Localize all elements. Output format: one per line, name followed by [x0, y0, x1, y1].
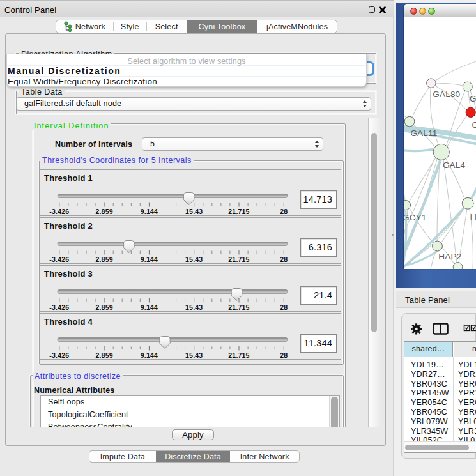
- svg-text:2.859: 2.859: [95, 256, 112, 263]
- svg-text:15.43: 15.43: [185, 303, 203, 311]
- svg-text:28: 28: [280, 303, 288, 311]
- svg-text:2.859: 2.859: [95, 303, 112, 311]
- svg-text:28: 28: [280, 351, 288, 359]
- svg-text:HIS: HIS: [470, 212, 476, 222]
- svg-text:28: 28: [280, 256, 288, 263]
- svg-text:GAL11: GAL11: [410, 128, 437, 138]
- svg-text:15.43: 15.43: [185, 351, 203, 359]
- svg-text:21.715: 21.715: [228, 303, 249, 311]
- svg-text:GAL1: GAL1: [470, 94, 476, 104]
- svg-text:C: C: [472, 120, 476, 130]
- svg-text:-3.426: -3.426: [49, 303, 69, 311]
- svg-text:21.715: 21.715: [228, 351, 249, 359]
- svg-text:2.859: 2.859: [95, 351, 112, 359]
- svg-text:GCY1: GCY1: [404, 213, 427, 222]
- svg-text:2.859: 2.859: [95, 208, 112, 215]
- svg-text:GAL4: GAL4: [443, 160, 466, 170]
- svg-text:21.715: 21.715: [228, 208, 249, 215]
- svg-text:9.144: 9.144: [141, 351, 158, 359]
- svg-text:15.43: 15.43: [185, 208, 203, 215]
- svg-text:9.144: 9.144: [141, 303, 158, 311]
- svg-text:9.144: 9.144: [141, 256, 158, 263]
- svg-text:HAP2: HAP2: [438, 252, 461, 261]
- svg-text:GAL80: GAL80: [433, 89, 460, 99]
- svg-text:-3.426: -3.426: [49, 208, 69, 215]
- svg-text:9.144: 9.144: [141, 208, 158, 215]
- svg-text:-3.426: -3.426: [49, 351, 69, 359]
- svg-text:15.43: 15.43: [185, 256, 203, 263]
- svg-text:21.715: 21.715: [228, 256, 249, 263]
- svg-text:-3.426: -3.426: [49, 256, 69, 263]
- svg-text:28: 28: [280, 208, 288, 215]
